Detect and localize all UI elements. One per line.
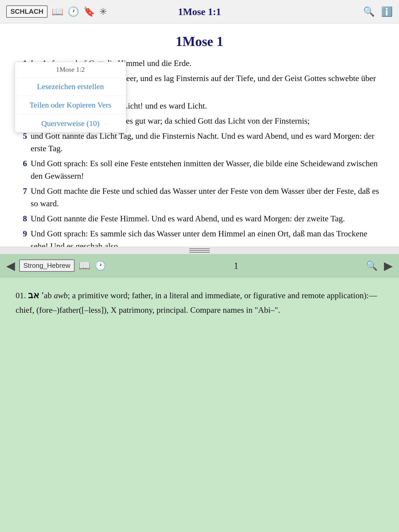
verse-row: 5 und Gott nannte das Licht Tag, und die… bbox=[16, 130, 383, 155]
verse-text: Und Gott sprach: Es sammle sich das Wass… bbox=[31, 227, 383, 247]
create-bookmark-item[interactable]: Lesezeichen erstellen bbox=[15, 77, 126, 96]
bottom-content-area: 01. אב ʼab awb; a primitive word; father… bbox=[0, 277, 399, 327]
asterisk-icon[interactable]: ✳ bbox=[99, 6, 107, 17]
verse-text: Und Gott nannte die Feste Himmel. Und es… bbox=[31, 212, 383, 225]
bottom-page-number: 1 bbox=[234, 260, 238, 271]
verse-row: 8 Und Gott nannte die Feste Himmel. Und … bbox=[16, 212, 383, 225]
lexicon-entry: 01. אב ʼab awb; a primitive word; father… bbox=[16, 288, 383, 317]
bottom-search-icon[interactable]: 🔍 bbox=[366, 260, 378, 271]
strong-hebrew-button[interactable]: Strong_Hebrew bbox=[19, 260, 75, 272]
page-title: 1Mose 1:1 bbox=[178, 6, 221, 17]
search-icon[interactable]: 🔍 bbox=[363, 6, 375, 17]
chapter-title: 1Mose 1 bbox=[16, 34, 383, 49]
drag-handle-lines bbox=[189, 248, 210, 253]
main-content: 1Mose 1 1Mose 1:2 Lesezeichen erstellen … bbox=[0, 23, 399, 247]
history-icon[interactable]: 🕐 bbox=[68, 6, 79, 17]
book-icon[interactable]: 📖 bbox=[52, 6, 63, 17]
bottom-nav: ◀ Strong_Hebrew 📖 🕐 1 🔍 ▶ bbox=[0, 254, 399, 277]
verse-number: 8 bbox=[16, 212, 27, 225]
drag-line bbox=[189, 252, 210, 253]
verse-row: 7 Und Gott machte die Feste und schied d… bbox=[16, 185, 383, 210]
verse-number: 9 bbox=[16, 227, 27, 240]
info-icon[interactable]: ℹ️ bbox=[381, 6, 393, 17]
bottom-history-icon[interactable]: 🕐 bbox=[95, 260, 106, 271]
popup-reference: 1Mose 1:2 bbox=[15, 62, 126, 77]
verse-row: 6 Und Gott sprach: Es soll eine Feste en… bbox=[16, 157, 383, 182]
bottom-book-icon[interactable]: 📖 bbox=[79, 260, 90, 271]
prev-button[interactable]: ◀ bbox=[6, 259, 15, 272]
verse-text: Und Gott machte die Feste und schied das… bbox=[31, 185, 383, 210]
verse-row: 9 Und Gott sprach: Es sammle sich das Wa… bbox=[16, 227, 383, 247]
bottom-nav-left: ◀ Strong_Hebrew 📖 🕐 bbox=[6, 259, 106, 272]
schlach-button[interactable]: SCHLACH bbox=[6, 5, 48, 18]
hebrew-word: אב bbox=[28, 290, 39, 300]
verse-text: Und Gott sprach: Es soll eine Feste ents… bbox=[31, 157, 383, 182]
cross-references-item[interactable]: Querverweise (10) bbox=[15, 114, 126, 132]
drag-line bbox=[189, 250, 210, 251]
top-bar-right: 🔍 ℹ️ bbox=[363, 6, 393, 17]
bottom-panel: ◀ Strong_Hebrew 📖 🕐 1 🔍 ▶ 01. אב ʼab awb… bbox=[0, 254, 399, 532]
verse-number: 6 bbox=[16, 157, 27, 170]
context-menu: 1Mose 1:2 Lesezeichen erstellen Teilen o… bbox=[15, 62, 126, 133]
transliteration: awb bbox=[54, 291, 68, 300]
top-bar-left: SCHLACH 📖 🕐 🔖 ✳ bbox=[6, 5, 107, 18]
bookmark-icon[interactable]: 🔖 bbox=[83, 6, 95, 17]
next-button[interactable]: ▶ bbox=[384, 259, 393, 272]
verse-text: und Gott nannte das Licht Tag, und die F… bbox=[31, 130, 383, 155]
verse-number: 7 bbox=[16, 185, 27, 197]
share-copy-item[interactable]: Teilen oder Kopieren Vers bbox=[15, 96, 126, 114]
top-bar: SCHLACH 📖 🕐 🔖 ✳ 1Mose 1:1 🔍 ℹ️ bbox=[0, 0, 399, 23]
bottom-nav-right: 🔍 ▶ bbox=[366, 259, 393, 272]
drag-handle[interactable] bbox=[0, 247, 399, 254]
drag-line bbox=[189, 248, 210, 249]
